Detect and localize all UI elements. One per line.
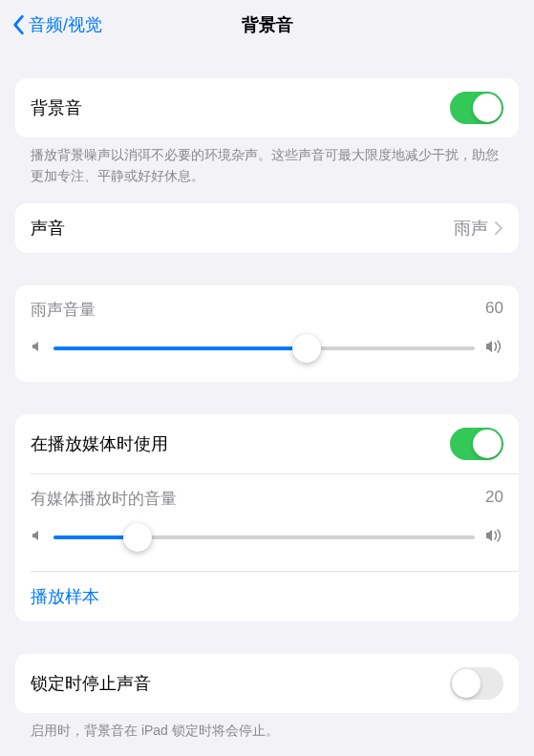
- volume-high-icon: [484, 339, 503, 358]
- rain-volume-label: 雨声音量: [31, 299, 96, 321]
- row-sound[interactable]: 声音 雨声: [15, 203, 519, 253]
- row-background-sound: 背景音: [15, 78, 519, 137]
- group-media: 在播放媒体时使用 有媒体播放时的音量 20 播放样本: [15, 414, 519, 621]
- stop-on-lock-label: 锁定时停止声音: [31, 672, 450, 695]
- media-volume-slider[interactable]: [53, 523, 475, 552]
- group-stop-on-lock: 锁定时停止声音: [15, 654, 519, 713]
- chevron-right-icon: [494, 220, 503, 236]
- rain-volume-value: 60: [485, 299, 503, 321]
- media-volume-block: 有媒体播放时的音量 20: [15, 474, 519, 571]
- background-sound-description: 播放背景噪声以消弭不必要的环境杂声。这些声音可最大限度地减少干扰，助您更加专注、…: [0, 137, 534, 186]
- sound-label: 声音: [31, 217, 454, 240]
- play-sample-button[interactable]: 播放样本: [15, 572, 519, 621]
- chevron-left-icon: [11, 14, 25, 35]
- use-with-media-label: 在播放媒体时使用: [31, 432, 450, 455]
- rain-volume-block: 雨声音量 60: [15, 285, 519, 382]
- use-with-media-toggle[interactable]: [450, 428, 503, 460]
- volume-high-icon: [484, 528, 503, 547]
- media-volume-label: 有媒体播放时的音量: [31, 488, 177, 510]
- background-sound-label: 背景音: [31, 96, 450, 119]
- nav-bar: 音频/视觉 背景音: [0, 0, 534, 50]
- group-rain-volume: 雨声音量 60: [15, 285, 519, 382]
- group-background-sound: 背景音: [15, 78, 519, 137]
- back-label: 音频/视觉: [29, 13, 102, 36]
- back-button[interactable]: 音频/视觉: [11, 13, 102, 36]
- group-sound: 声音 雨声: [15, 203, 519, 253]
- rain-volume-slider[interactable]: [53, 334, 475, 363]
- page-title: 背景音: [242, 13, 293, 36]
- volume-low-icon: [31, 529, 44, 546]
- stop-on-lock-description: 启用时，背景音在 iPad 锁定时将会停止。: [0, 713, 534, 742]
- sound-value: 雨声: [454, 217, 488, 240]
- media-volume-value: 20: [485, 488, 503, 510]
- stop-on-lock-toggle[interactable]: [450, 667, 503, 700]
- row-stop-on-lock: 锁定时停止声音: [15, 654, 519, 713]
- volume-low-icon: [31, 340, 44, 357]
- background-sound-toggle[interactable]: [450, 92, 503, 124]
- row-use-with-media: 在播放媒体时使用: [15, 414, 519, 473]
